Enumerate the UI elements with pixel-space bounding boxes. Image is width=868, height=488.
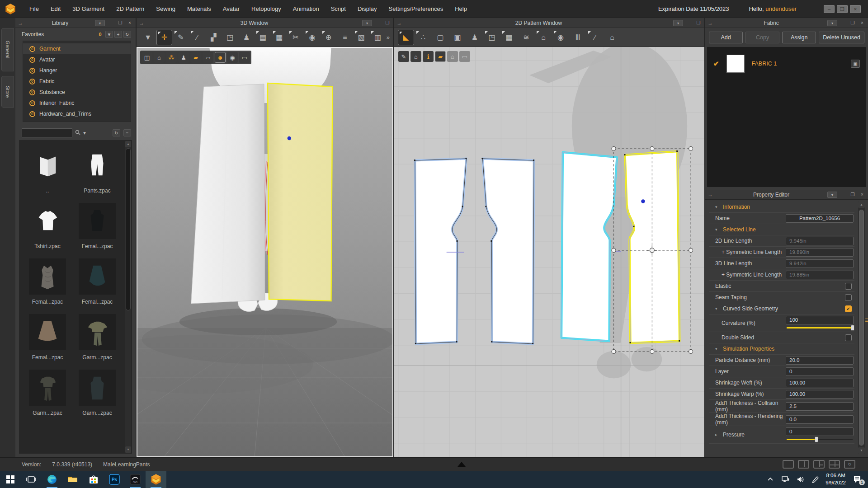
fabric-name[interactable]: FABRIC 1 bbox=[752, 61, 844, 67]
import-icon[interactable]: ▼ bbox=[105, 31, 113, 38]
solidify-icon[interactable]: ▥ bbox=[370, 30, 385, 45]
menu-file[interactable]: File bbox=[24, 0, 45, 18]
tape-measure-icon[interactable]: ▭ bbox=[239, 52, 250, 63]
fabric-check-icon[interactable]: ✔ bbox=[713, 60, 719, 68]
transform-pattern-icon[interactable]: ◣ bbox=[398, 30, 414, 45]
scroll-up-icon[interactable]: ▲ bbox=[125, 141, 131, 147]
free-sew-icon[interactable]: ◉ bbox=[304, 30, 320, 45]
layout-right-split-icon[interactable] bbox=[813, 460, 825, 469]
section-collapse-icon[interactable]: ▾ bbox=[715, 227, 719, 232]
segment-sew-icon[interactable]: ✂ bbox=[288, 30, 303, 45]
property-editor-detach-icon[interactable]: ❐ bbox=[849, 192, 856, 198]
pattern-piece-back-left[interactable] bbox=[415, 159, 467, 344]
show-3d-style-icon[interactable]: ⌂ bbox=[154, 52, 165, 63]
menu-materials[interactable]: Materials bbox=[181, 0, 217, 18]
menu-3d-garment[interactable]: 3D Garment bbox=[66, 0, 110, 18]
clo-asa-app[interactable]: ASA bbox=[125, 471, 146, 488]
library-item[interactable]: Femal...zpac bbox=[23, 258, 72, 305]
create-rectangle-icon[interactable]: ▣ bbox=[449, 30, 466, 45]
viewport-3d[interactable]: ◫⌂⁂♟▰▱☻◉▭ bbox=[137, 47, 393, 457]
library-item[interactable]: Femal...zpac bbox=[23, 314, 72, 361]
free-sew-2d-icon[interactable]: ◉ bbox=[552, 30, 569, 45]
property-value-input[interactable]: 20.0 bbox=[786, 356, 854, 365]
property-value-input[interactable]: 0.0 bbox=[786, 415, 854, 424]
library-item[interactable]: .. bbox=[23, 147, 72, 194]
create-pattern-icon[interactable]: ▢ bbox=[432, 30, 448, 45]
select-move-icon[interactable]: ✛ bbox=[156, 30, 172, 45]
slider-track[interactable] bbox=[787, 439, 853, 440]
property-editor-close-icon[interactable]: × bbox=[859, 192, 866, 198]
search-filter-dropdown-icon[interactable]: ▾ bbox=[83, 130, 86, 136]
pattern-piece-front-left-symmetric[interactable] bbox=[561, 152, 617, 341]
notification-center-icon[interactable]: 1 bbox=[853, 475, 863, 484]
favorite-fabric[interactable]: 0Fabric bbox=[23, 76, 131, 87]
start-button[interactable] bbox=[0, 471, 21, 488]
library-scrollbar-thumb[interactable] bbox=[126, 148, 131, 310]
grainline-dot-3d[interactable] bbox=[288, 136, 291, 140]
library-item[interactable]: Femal...zpac bbox=[72, 203, 122, 249]
section-expand-icon[interactable]: ▸ bbox=[715, 432, 719, 437]
pin-globe-icon[interactable]: ⊕ bbox=[321, 30, 336, 45]
tab-general[interactable]: General bbox=[1, 28, 14, 71]
pants-panel-right-selected[interactable] bbox=[268, 83, 332, 301]
network-icon[interactable] bbox=[781, 476, 790, 483]
fabric-arrow-icon[interactable]: → bbox=[705, 20, 715, 26]
show-pattern-info-icon[interactable]: ✎ bbox=[398, 51, 409, 62]
mesh-grid-icon[interactable]: ▦ bbox=[272, 30, 287, 45]
property-editor-arrow-icon[interactable]: → bbox=[705, 192, 715, 197]
refresh-favorites-icon[interactable]: ↻ bbox=[123, 31, 131, 38]
fabric-list-item[interactable]: ✔ FABRIC 1 ▣ bbox=[707, 52, 866, 76]
zipper-icon[interactable]: ≡ bbox=[337, 30, 353, 45]
pattern-piece-back-right[interactable] bbox=[482, 159, 534, 344]
taskbar-clock[interactable]: 8:06 AM9/9/2022 bbox=[826, 472, 846, 486]
pane3d-detach-icon[interactable]: ❐ bbox=[384, 20, 391, 26]
slider-value-input[interactable]: 100 bbox=[786, 316, 854, 324]
property-editor-dropdown-icon[interactable]: ▾ bbox=[827, 192, 837, 198]
toolbar-overflow-icon[interactable]: » bbox=[387, 34, 390, 41]
property-value-input[interactable]: 100.00 bbox=[786, 390, 854, 399]
property-value-input[interactable]: 2.5 bbox=[786, 402, 854, 411]
menu-settings-preferences[interactable]: Settings/Preferences bbox=[383, 0, 449, 18]
library-item[interactable]: Tshirt.zpac bbox=[23, 203, 72, 249]
add-favorite-icon[interactable]: + bbox=[114, 31, 122, 38]
minimize-button[interactable]: – bbox=[824, 5, 835, 13]
checkbox-unchecked[interactable] bbox=[845, 334, 852, 341]
pane2d-arrow-icon[interactable]: → bbox=[394, 20, 404, 26]
list-view-icon[interactable]: ≡ bbox=[123, 129, 131, 136]
property-scroll-up-icon[interactable]: ▲ bbox=[858, 202, 865, 208]
favorite-avatar[interactable]: 0Avatar bbox=[23, 54, 131, 65]
show-annotation-icon[interactable]: ℹ bbox=[423, 51, 434, 62]
photoshop-app[interactable]: Ps bbox=[104, 471, 125, 488]
library-item[interactable]: Garm...zpac bbox=[72, 314, 122, 361]
iron-icon[interactable]: ≋ bbox=[518, 30, 534, 45]
fabric-dropdown-icon[interactable]: ▾ bbox=[827, 20, 837, 26]
property-scrollbar[interactable]: ▲ ▼ bbox=[858, 202, 865, 454]
show-pattern-fill-2d-icon[interactable]: ▰ bbox=[435, 51, 446, 62]
menu-sewing[interactable]: Sewing bbox=[150, 0, 181, 18]
fabric-close-icon[interactable]: × bbox=[859, 20, 866, 26]
property-scroll-down-icon[interactable]: ▼ bbox=[858, 447, 865, 454]
menu-2d-pattern[interactable]: 2D Pattern bbox=[110, 0, 150, 18]
layout-single-icon[interactable] bbox=[783, 460, 794, 469]
lock-pattern-icon[interactable]: ⌂ bbox=[447, 51, 458, 62]
favorite-substance[interactable]: 0Substance bbox=[23, 87, 131, 98]
layout-two-pane-icon[interactable] bbox=[798, 460, 809, 469]
sewing-machine-icon[interactable]: ▤ bbox=[255, 30, 270, 45]
slider-handle[interactable] bbox=[815, 436, 818, 442]
panel-collapse-icon[interactable]: → bbox=[15, 20, 25, 26]
property-value-input[interactable]: 0 bbox=[786, 367, 854, 376]
library-item[interactable]: Pants.zpac bbox=[72, 147, 122, 194]
fold-arrangement-icon[interactable]: ▞ bbox=[206, 30, 221, 45]
clo3d-app[interactable] bbox=[146, 471, 166, 488]
shirt-tool-icon[interactable]: ⌂ bbox=[535, 30, 552, 45]
checkbox-checked[interactable]: ✔ bbox=[845, 305, 852, 312]
pattern-back-panels[interactable] bbox=[414, 158, 534, 344]
library-item[interactable]: Garm...zpac bbox=[23, 370, 72, 416]
menu-display[interactable]: Display bbox=[352, 0, 383, 18]
close-button[interactable]: × bbox=[850, 5, 861, 13]
fabric-save-icon[interactable]: ▣ bbox=[851, 60, 860, 68]
flatten-icon[interactable]: ▧ bbox=[354, 30, 369, 45]
favorite-hanger[interactable]: 0Hanger bbox=[23, 65, 131, 76]
volume-icon[interactable] bbox=[797, 476, 805, 483]
menu-retopology[interactable]: Retopology bbox=[245, 0, 287, 18]
